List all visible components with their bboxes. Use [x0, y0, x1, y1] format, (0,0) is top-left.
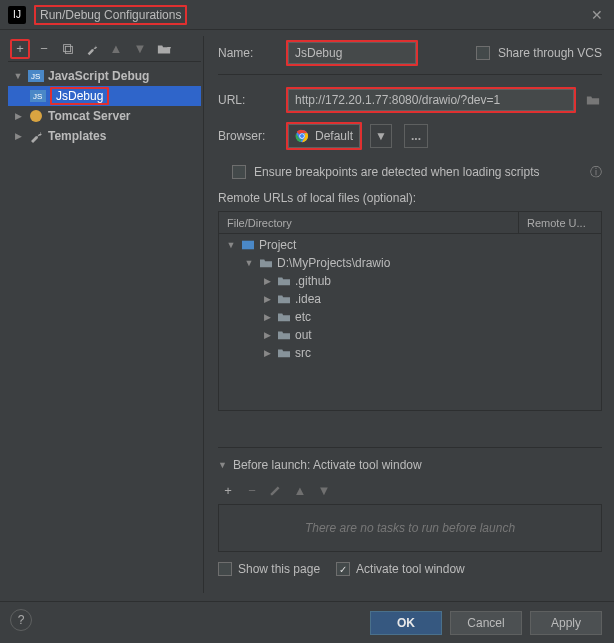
svg-rect-10	[242, 241, 254, 250]
pencil-icon	[269, 483, 283, 497]
window-title: Run/Debug Configurations	[34, 5, 187, 25]
browser-more-button[interactable]: ...	[404, 124, 428, 148]
file-tree-header: File/Directory Remote U...	[219, 212, 601, 234]
edit-task-button[interactable]	[266, 480, 286, 500]
file-tree-body[interactable]: ▼ Project ▼ D:\MyProjects\drawio ▶ .gith…	[219, 234, 601, 410]
move-down-button[interactable]: ▼	[130, 39, 150, 59]
chevron-right-icon: ▶	[261, 294, 273, 304]
module-icon	[241, 239, 255, 251]
file-tree-row[interactable]: ▶ .github	[219, 272, 601, 290]
ok-button[interactable]: OK	[370, 611, 442, 635]
activate-window-label: Activate tool window	[356, 562, 465, 576]
browser-dropdown-button[interactable]: ▼	[370, 124, 392, 148]
folder-icon	[277, 275, 291, 287]
name-input[interactable]	[288, 42, 416, 64]
chevron-down-icon: ▼	[243, 258, 255, 268]
file-tree-row[interactable]: ▶ src	[219, 344, 601, 362]
help-button[interactable]: ?	[10, 609, 32, 631]
cancel-button[interactable]: Cancel	[450, 611, 522, 635]
file-tree-row-project[interactable]: ▼ Project	[219, 236, 601, 254]
tree-node-jsdebug[interactable]: JS JsDebug	[8, 86, 201, 106]
url-input[interactable]	[288, 89, 574, 111]
js-icon: JS	[30, 89, 46, 103]
divider	[218, 447, 602, 448]
wrench-icon	[28, 129, 44, 143]
task-down-button[interactable]: ▼	[314, 480, 334, 500]
folder-button[interactable]: ▾	[154, 39, 174, 59]
copy-icon	[61, 42, 75, 56]
file-tree-row[interactable]: ▶ out	[219, 326, 601, 344]
file-tree-row-path[interactable]: ▼ D:\MyProjects\drawio	[219, 254, 601, 272]
edit-defaults-button[interactable]	[82, 39, 102, 59]
before-launch-title: Before launch: Activate tool window	[233, 458, 422, 472]
show-page-checkbox[interactable]	[218, 562, 232, 576]
tree-label: JsDebug	[50, 87, 109, 105]
close-icon[interactable]: ✕	[588, 6, 606, 24]
move-up-button[interactable]: ▲	[106, 39, 126, 59]
share-checkbox[interactable]	[476, 46, 490, 60]
share-label: Share through VCS	[498, 46, 602, 60]
file-label: .idea	[295, 292, 321, 306]
tree-node-tomcat[interactable]: ▶ Tomcat Server	[8, 106, 201, 126]
chevron-right-icon: ▶	[261, 276, 273, 286]
before-launch-header[interactable]: ▼ Before launch: Activate tool window	[218, 458, 602, 472]
chrome-icon	[295, 129, 309, 143]
file-tree: File/Directory Remote U... ▼ Project ▼ D…	[218, 211, 602, 411]
right-panel: Name: Share through VCS URL: Brows	[208, 36, 606, 593]
chevron-down-icon: ▼	[225, 240, 237, 250]
wrench-icon	[85, 42, 99, 56]
left-panel: + − ▲ ▼ ▾ ▼ JS	[8, 36, 204, 593]
show-page-label: Show this page	[238, 562, 320, 576]
file-label: D:\MyProjects\drawio	[277, 256, 390, 270]
ensure-breakpoints-checkbox[interactable]	[232, 165, 246, 179]
before-launch-toolbar: + − ▲ ▼	[218, 480, 602, 500]
col-remote[interactable]: Remote U...	[519, 212, 601, 233]
folder-icon	[259, 257, 273, 269]
svg-point-9	[300, 134, 304, 138]
svg-rect-1	[65, 46, 72, 53]
help-icon[interactable]: ⓘ	[590, 164, 602, 181]
apply-button[interactable]: Apply	[530, 611, 602, 635]
chevron-down-icon: ▼	[12, 71, 24, 81]
file-label: .github	[295, 274, 331, 288]
browse-url-button[interactable]	[584, 91, 602, 109]
chevron-right-icon: ▶	[261, 312, 273, 322]
dialog-footer: ? OK Cancel Apply	[0, 601, 614, 643]
folder-icon	[277, 311, 291, 323]
before-launch-empty: There are no tasks to run before launch	[218, 504, 602, 552]
file-tree-row[interactable]: ▶ .idea	[219, 290, 601, 308]
name-label: Name:	[218, 46, 278, 60]
copy-config-button[interactable]	[58, 39, 78, 59]
tree-node-templates[interactable]: ▶ Templates	[8, 126, 201, 146]
folder-icon	[277, 329, 291, 341]
chevron-right-icon: ▶	[261, 348, 273, 358]
browser-value: Default	[315, 129, 353, 143]
folder-icon	[277, 293, 291, 305]
chevron-right-icon: ▶	[12, 131, 24, 141]
browser-select[interactable]: Default	[288, 124, 360, 148]
file-tree-row[interactable]: ▶ etc	[219, 308, 601, 326]
activate-window-checkbox[interactable]: ✓	[336, 562, 350, 576]
tree-node-jsdebug-type[interactable]: ▼ JS JavaScript Debug	[8, 66, 201, 86]
file-label: etc	[295, 310, 311, 324]
file-label: out	[295, 328, 312, 342]
add-config-button[interactable]: +	[10, 39, 30, 59]
ensure-breakpoints-label: Ensure breakpoints are detected when loa…	[254, 165, 540, 179]
add-task-button[interactable]: +	[218, 480, 238, 500]
tree-label: Tomcat Server	[48, 109, 130, 123]
remove-task-button[interactable]: −	[242, 480, 262, 500]
config-toolbar: + − ▲ ▼ ▾	[8, 36, 201, 62]
chevron-down-icon: ▼	[218, 460, 227, 470]
js-icon: JS	[28, 69, 44, 83]
remote-urls-label: Remote URLs of local files (optional):	[218, 191, 602, 205]
task-up-button[interactable]: ▲	[290, 480, 310, 500]
before-launch-section: ▼ Before launch: Activate tool window + …	[218, 441, 602, 576]
config-tree[interactable]: ▼ JS JavaScript Debug JS JsDebug ▶	[8, 62, 201, 593]
folder-icon	[277, 347, 291, 359]
app-icon: IJ	[8, 6, 26, 24]
divider	[218, 74, 602, 75]
file-label: src	[295, 346, 311, 360]
remove-config-button[interactable]: −	[34, 39, 54, 59]
col-file[interactable]: File/Directory	[219, 212, 519, 233]
chevron-right-icon: ▶	[261, 330, 273, 340]
